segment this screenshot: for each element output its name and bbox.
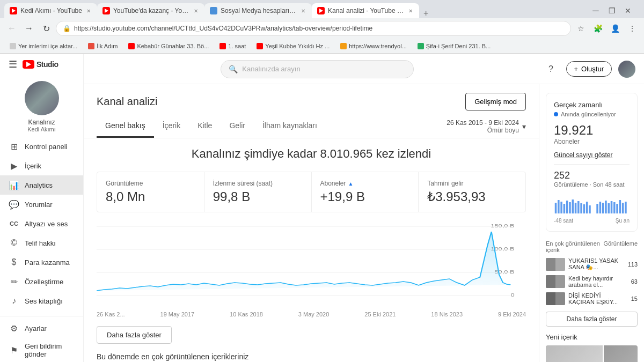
top-item-2-title: Kedi bey hayırdır arabama el... [568, 275, 628, 288]
dashboard-icon: ⊞ [9, 141, 19, 152]
realtime-views-label: Görüntüleme · Son 48 saat [554, 181, 630, 188]
x-label-5: 18 Nis 2023 [431, 311, 463, 317]
profile-button[interactable]: 👤 [608, 21, 623, 36]
sidebar-item-comments[interactable]: 💬 Yorumlar [0, 195, 83, 214]
tab-2-close[interactable]: ✕ [193, 7, 199, 15]
sidebar-header[interactable]: ☰ Studio [0, 54, 83, 75]
extension-button[interactable]: 🧩 [590, 21, 605, 36]
sidebar: ☰ Studio Kanalınız Kedi Akımı ⊞ Kontrol … [0, 54, 84, 362]
comments-icon: 💬 [9, 199, 19, 210]
bookmark-6[interactable]: https://www.trendyol... [337, 42, 410, 50]
sidebar-item-audiolib[interactable]: ♪ Ses kitaplığı [0, 291, 83, 311]
top-item-2-views: 63 [631, 278, 638, 285]
hamburger-icon[interactable]: ☰ [9, 58, 17, 70]
channel-avatar-img [25, 81, 59, 115]
tab-1-close[interactable]: ✕ [85, 7, 92, 15]
user-avatar[interactable] [618, 61, 635, 78]
sidebar-item-customize[interactable]: ✏ Özelleştirme [0, 272, 83, 291]
top-item-1: YUKARIS1 YASAK SANA 🎭... 113 [546, 257, 638, 271]
bookmark-3[interactable]: Kebabür Günahlar 33. Bö... [125, 42, 212, 50]
realtime-subscriber-count: 19.921 [554, 123, 630, 138]
chart-time-labels: -48 saat Şu an [554, 218, 630, 224]
tab-inspiration[interactable]: İlham kaynakları [254, 115, 326, 138]
svg-rect-31 [625, 202, 627, 213]
tab-3-close[interactable]: ✕ [300, 7, 306, 15]
forward-button[interactable]: → [21, 21, 36, 36]
tab-4-close[interactable]: ✕ [407, 7, 414, 15]
sidebar-label-content: İçerik [25, 162, 41, 170]
reload-button[interactable]: ↻ [39, 21, 54, 36]
svg-rect-28 [616, 204, 618, 213]
sidebar-item-analytics[interactable]: 📊 Analytics [0, 175, 83, 195]
stat-subscribers-label: Aboneler ▲ [320, 180, 410, 187]
show-more-chart-button[interactable]: Daha fazla göster [97, 326, 172, 344]
sidebar-item-dashboard[interactable]: ⊞ Kontrol paneli [0, 137, 83, 156]
stat-watchtime-value: 99,8 B [213, 189, 303, 204]
date-selector[interactable]: 26 Kas 2015 - 9 Eki 2024 Ömür boyu ▾ [447, 119, 526, 134]
tab-revenue[interactable]: Gelir [221, 115, 254, 138]
create-button[interactable]: + Oluştur [566, 61, 612, 77]
stat-watchtime: İzlenme süresi (saat) 99,8 B [204, 172, 312, 212]
advanced-mode-button[interactable]: Gelişmiş mod [465, 93, 526, 110]
sidebar-item-copyright[interactable]: © Telif hakkı [0, 233, 83, 253]
realtime-title: Gerçek zamanlı [554, 101, 630, 109]
sidebar-item-feedback[interactable]: ⚑ Geri bildirim gönder [0, 338, 83, 362]
create-icon: + [574, 65, 579, 73]
more-options-button[interactable]: ⋮ [625, 21, 640, 36]
bookmark-7[interactable]: Şifa-i Şerif Deni 231. B... [414, 42, 494, 50]
tab-audience[interactable]: Kitle [189, 115, 221, 138]
youtube-studio-app: ☰ Studio Kanalınız Kedi Akımı ⊞ Kontrol … [0, 54, 644, 362]
sidebar-item-subtitles[interactable]: CC Altyazı ve ses [0, 214, 83, 233]
stats-row: Görüntüleme 8,0 Mn İzlenme süresi (saat)… [97, 172, 526, 212]
svg-rect-15 [575, 203, 577, 213]
url-text: https://studio.youtube.com/channel/UCTtf… [74, 25, 564, 32]
x-label-6: 9 Eki 2024 [498, 311, 526, 317]
tab-overview[interactable]: Genel bakış [97, 115, 154, 138]
sidebar-item-content[interactable]: ▶ İçerik [0, 156, 83, 175]
x-label-0: 26 Kas 2... [97, 311, 125, 317]
new-content-section: Yeni içerik [546, 333, 638, 362]
sidebar-item-monetize[interactable]: $ Para kazanma [0, 253, 83, 272]
studio-content-area: Kanal analizi Gelişmiş mod Genel bakış İ… [84, 84, 644, 362]
tab-bar: Kedi Akımı - YouTube ✕ YouTube'da kazanç… [0, 0, 644, 18]
stat-watchtime-label: İzlenme süresi (saat) [213, 180, 303, 187]
bookmark-2[interactable]: İlk Adım [85, 42, 121, 50]
minimize-button[interactable]: ─ [588, 3, 603, 18]
close-button[interactable]: ✕ [620, 3, 635, 18]
svg-text:0: 0 [510, 292, 514, 298]
new-tab-button[interactable]: + [419, 9, 433, 18]
bookmark-5-favicon [257, 43, 263, 49]
tab-4-title: Kanal analizi - YouTube Studio [328, 7, 404, 14]
tab-1[interactable]: Kedi Akımı - YouTube ✕ [4, 3, 97, 18]
sidebar-divider [0, 316, 83, 316]
show-count-button[interactable]: Güncel sayıyı göster [554, 151, 612, 159]
svg-rect-23 [602, 203, 604, 213]
top-content-col: Görüntüleme [603, 240, 638, 253]
search-box[interactable]: 🔍 Kanalınızda arayın [221, 60, 414, 78]
top-content-show-more-button[interactable]: Daha fazla göster [546, 312, 638, 327]
mini-chart-svg [554, 192, 630, 213]
help-button[interactable]: ? [543, 61, 560, 78]
stat-revenue-value: ₺3.953,93 [427, 189, 517, 204]
sidebar-item-settings[interactable]: ⚙ Ayarlar [0, 319, 83, 338]
bookmark-star-button[interactable]: ☆ [573, 21, 588, 36]
tab-3[interactable]: Sosyal Medya hesaplarını hemo... ✕ [204, 3, 312, 18]
tab-4[interactable]: Kanal analizi - YouTube Studio ✕ [312, 3, 419, 18]
maximize-button[interactable]: ❐ [604, 3, 619, 18]
lock-icon: 🔒 [63, 25, 71, 32]
tab-2[interactable]: YouTube'da kazanç - YouTube St... ✕ [97, 3, 204, 18]
realtime-card: Gerçek zamanlı Anında güncelleniyor 19.9… [546, 93, 638, 232]
time-label-left: -48 saat [554, 218, 573, 224]
sidebar-label-dashboard: Kontrol paneli [25, 143, 68, 151]
tab-content[interactable]: İçerik [154, 115, 189, 138]
sidebar-label-copyright: Telif hakkı [25, 239, 56, 247]
back-button[interactable]: ← [4, 21, 19, 36]
address-bar[interactable]: 🔒 https://studio.youtube.com/channel/UCT… [56, 21, 571, 36]
bookmark-5[interactable]: Yeşil Kubbe Yıkıldı Hz ... [253, 42, 333, 50]
bookmark-4[interactable]: 1. saat [216, 42, 249, 50]
bookmark-1[interactable]: Yer imlerimi içe aktar... [6, 42, 80, 50]
yt-logo: Studio [23, 60, 58, 69]
tab-1-title: Kedi Akımı - YouTube [20, 7, 82, 14]
svg-rect-22 [599, 202, 602, 213]
stat-subscribers-value: +19,9 B [320, 189, 410, 204]
